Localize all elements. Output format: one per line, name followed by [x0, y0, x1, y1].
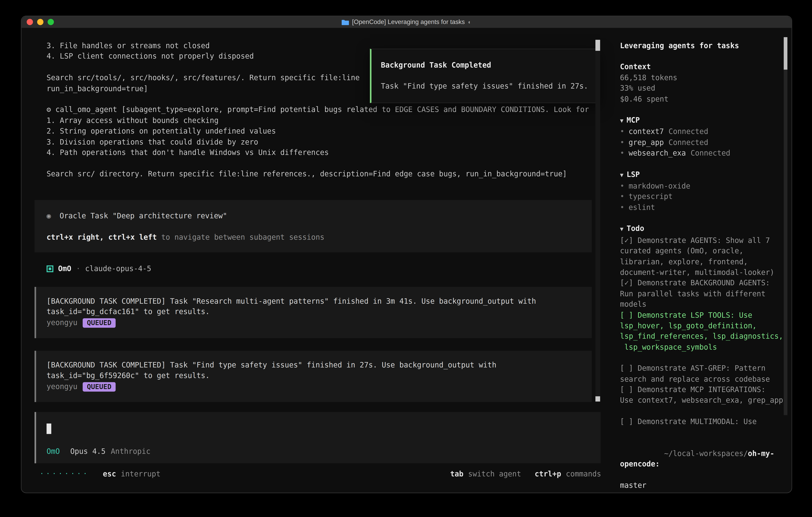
esc-key-hint: esc [103, 469, 116, 479]
keybinding-text: ctrl+x right, ctrl+x left [47, 233, 157, 241]
esc-key-desc: interrupt [121, 469, 161, 479]
main-scrollbar-track[interactable] [596, 40, 600, 402]
toast-body: Task "Find type safety issues" finished … [381, 81, 590, 91]
window-body: 3. File handles or streams not closed 4.… [21, 28, 791, 493]
bullet-icon: • [620, 127, 625, 136]
todo-item-pending: [ ] Demonstrate MULTIMODAL: Use [620, 416, 786, 427]
workspace-path: ~/local-workspaces/ [664, 449, 748, 457]
loading-icon: ◐ [468, 19, 471, 25]
section-todo-header[interactable]: ▼Todo [620, 223, 786, 235]
main-scrollbar-thumb-bottom[interactable] [596, 396, 600, 402]
agent-name: OmO [58, 263, 71, 274]
context-spent: $0.46 spent [620, 93, 786, 104]
main-scrollbar-thumb-top[interactable] [596, 40, 600, 51]
message-block: [BACKGROUND TASK COMPLETED] Task "Find t… [35, 351, 592, 402]
folder-icon [342, 19, 349, 25]
titlebar: [OpenCode] Leveraging agents for tasks ◐ [21, 16, 791, 28]
window-title-group: [OpenCode] Leveraging agents for tasks ◐ [342, 19, 471, 26]
session-title: Leveraging agents for tasks [620, 40, 786, 51]
agent-model: claude-opus-4-5 [85, 263, 151, 274]
mcp-item: •grep_appConnected [620, 137, 786, 148]
message-footer: yeongyuQUEUED [47, 317, 581, 328]
status-left: ········ esc interrupt [40, 469, 161, 479]
separator-dot: · [76, 263, 80, 274]
sidebar: Leveraging agents for tasks Context 66,5… [612, 28, 792, 493]
mcp-status: Connected [669, 138, 708, 146]
keybinding-desc: to navigate between subagent sessions [161, 233, 324, 241]
lsp-item: •markdown-oxide [620, 181, 786, 191]
mcp-header-label: MCP [627, 116, 640, 124]
message-author: yeongyu [47, 382, 78, 390]
oracle-task-panel: ◉ Oracle Task "Deep architecture review"… [35, 200, 592, 252]
bullet-icon: • [620, 182, 625, 190]
mcp-status: Connected [669, 127, 708, 136]
window-title: [OpenCode] Leveraging agents for tasks [352, 19, 465, 26]
tab-key-hint: tab [450, 469, 463, 479]
oracle-task-title: Oracle Task "Deep architecture review" [60, 212, 227, 220]
agent-square-icon [47, 265, 53, 272]
status-bar: ········ esc interrupt tab switch agent … [40, 469, 601, 479]
lsp-name: markdown-oxide [629, 182, 690, 190]
bullet-icon: • [620, 192, 625, 201]
traffic-lights [27, 19, 54, 25]
input-footer: OmOOpus 4.5Anthropic [47, 446, 150, 456]
todo-item-pending: [ ] Demonstrate AST-GREP: Pattern search… [620, 363, 786, 384]
context-header: Context [620, 61, 786, 72]
message-footer: yeongyuQUEUED [47, 381, 581, 392]
todo-header-label: Todo [627, 224, 644, 233]
status-badge: QUEUED [83, 382, 116, 391]
chevron-down-icon: ▼ [620, 226, 624, 233]
ctrlp-key-desc: commands [566, 469, 601, 479]
ctrlp-key-hint: ctrl+p [535, 469, 561, 479]
spinner-dots-icon: ········ [40, 469, 89, 479]
agent-session-header: OmO · claude-opus-4-5 [47, 263, 151, 274]
section-mcp-header[interactable]: ▼MCP [620, 115, 786, 127]
chevron-down-icon: ▼ [620, 117, 624, 124]
record-icon: ◉ [47, 212, 51, 220]
mcp-name: context7 [629, 127, 664, 136]
input-model-label: Opus 4.5 [70, 447, 106, 455]
sidebar-scrollbar-thumb[interactable] [784, 37, 787, 70]
minimize-button[interactable] [37, 19, 44, 25]
chevron-down-icon: ▼ [620, 171, 624, 178]
bullet-icon: • [620, 203, 625, 212]
todo-item-pending: [ ] Demonstrate MCP INTEGRATIONS: Use co… [620, 384, 786, 406]
input-agent-label: OmO [47, 447, 60, 455]
section-lsp-header[interactable]: ▼LSP [620, 169, 786, 181]
toast-title: Background Task Completed [381, 60, 590, 71]
mcp-item: •websearch_exaConnected [620, 148, 786, 158]
zoom-button[interactable] [48, 19, 54, 25]
message-block: [BACKGROUND TASK COMPLETED] Task "Resear… [35, 287, 592, 338]
context-tokens: 66,518 tokens [620, 72, 786, 83]
oracle-keys-row: ctrl+x right, ctrl+x left to navigate be… [47, 232, 591, 242]
status-right: tab switch agent ctrl+p commands [450, 469, 601, 479]
notification-toast[interactable]: Background Task Completed Task "Find typ… [370, 49, 600, 103]
workspace-branch: master [620, 480, 786, 491]
todo-item-done: [✓] Demonstrate AGENTS: Show all 7 curat… [620, 235, 786, 278]
sidebar-scrollbar-track[interactable] [784, 37, 787, 415]
opencode-window: [OpenCode] Leveraging agents for tasks ◐… [21, 16, 792, 493]
lsp-item: •typescript [620, 191, 786, 202]
context-used: 33% used [620, 83, 786, 93]
status-badge: QUEUED [83, 318, 116, 328]
close-button[interactable] [27, 19, 33, 25]
message-author: yeongyu [47, 318, 78, 327]
message-text: [BACKGROUND TASK COMPLETED] Task "Resear… [47, 296, 581, 317]
tab-key-desc: switch agent [468, 469, 521, 479]
lsp-name: eslint [629, 203, 655, 212]
mcp-status: Connected [691, 149, 730, 157]
input-provider-label: Anthropic [111, 447, 150, 455]
mcp-item: •context7Connected [620, 126, 786, 137]
bullet-icon: • [620, 149, 625, 157]
text-cursor [47, 424, 51, 434]
oracle-task-row: ◉ Oracle Task "Deep architecture review" [47, 211, 591, 221]
message-text: [BACKGROUND TASK COMPLETED] Task "Find t… [47, 360, 581, 381]
prompt-input[interactable]: OmOOpus 4.5Anthropic [35, 412, 601, 463]
lsp-item: •eslint [620, 202, 786, 213]
mcp-name: grep_app [629, 138, 664, 146]
screen: [OpenCode] Leveraging agents for tasks ◐… [0, 0, 812, 517]
mcp-name: websearch_exa [629, 149, 686, 157]
workspace-path-line: ~/local-workspaces/oh-my-opencode: [620, 437, 786, 480]
todo-item-active: [ ] Demonstrate LSP TOOLS: Use lsp_hover… [620, 310, 786, 352]
bullet-icon: • [620, 138, 625, 146]
